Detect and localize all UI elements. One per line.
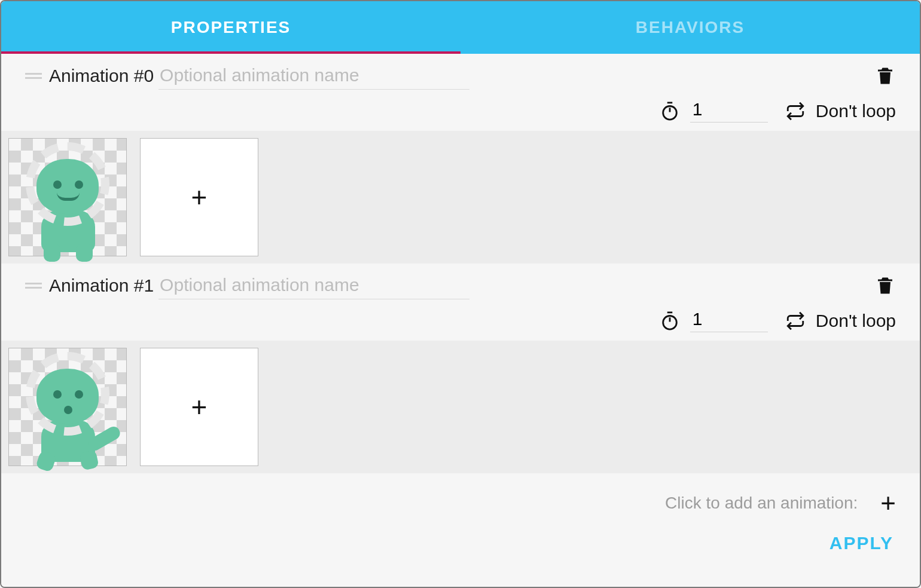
apply-button[interactable]: APPLY (829, 533, 893, 553)
frames-strip: + (1, 131, 920, 264)
tab-behaviors-label: BEHAVIORS (636, 18, 745, 37)
loop-label: Don't loop (816, 101, 896, 121)
loop-icon (785, 100, 806, 122)
fps-control (659, 99, 768, 122)
tabs-bar: PROPERTIES BEHAVIORS (1, 1, 920, 54)
animation-name-input[interactable] (158, 272, 469, 299)
animation-controls: Don't loop (1, 302, 920, 341)
add-frame-button[interactable]: + (140, 348, 258, 466)
animation-label: Animation #1 (49, 275, 158, 296)
animation-name-input[interactable] (158, 63, 469, 90)
animation-label: Animation #0 (49, 66, 158, 86)
fps-input[interactable] (690, 309, 768, 332)
sprite-preview (9, 139, 126, 256)
apply-row: APPLY (1, 522, 920, 569)
loop-label: Don't loop (816, 311, 896, 331)
fps-control (659, 309, 768, 332)
plus-icon: + (191, 181, 208, 213)
sprite-preview (9, 348, 126, 466)
timer-icon (659, 310, 681, 332)
tab-behaviors[interactable]: BEHAVIORS (460, 1, 920, 54)
add-animation-button[interactable]: + (880, 490, 896, 516)
sprite-frame[interactable] (8, 348, 127, 466)
drag-handle-icon[interactable] (25, 283, 49, 289)
properties-panel: Animation #0 Don't loop (1, 54, 920, 587)
animation-header: Animation #1 (1, 264, 920, 302)
add-frame-button[interactable]: + (140, 138, 258, 256)
frames-strip: + (1, 341, 920, 473)
timer-icon (659, 100, 681, 122)
add-animation-row: Click to add an animation: + (1, 473, 920, 522)
loop-toggle[interactable]: Don't loop (785, 310, 896, 332)
trash-icon[interactable] (874, 65, 896, 87)
plus-icon: + (191, 391, 208, 423)
animation-header: Animation #0 (1, 54, 920, 92)
trash-icon[interactable] (874, 275, 896, 296)
tab-properties-label: PROPERTIES (171, 18, 291, 37)
fps-input[interactable] (690, 99, 768, 122)
sprite-frame[interactable] (8, 138, 127, 256)
loop-toggle[interactable]: Don't loop (785, 100, 896, 122)
animation-controls: Don't loop (1, 92, 920, 131)
loop-icon (785, 310, 806, 332)
tab-properties[interactable]: PROPERTIES (1, 1, 460, 54)
add-animation-hint: Click to add an animation: (665, 494, 858, 513)
drag-handle-icon[interactable] (25, 73, 49, 79)
